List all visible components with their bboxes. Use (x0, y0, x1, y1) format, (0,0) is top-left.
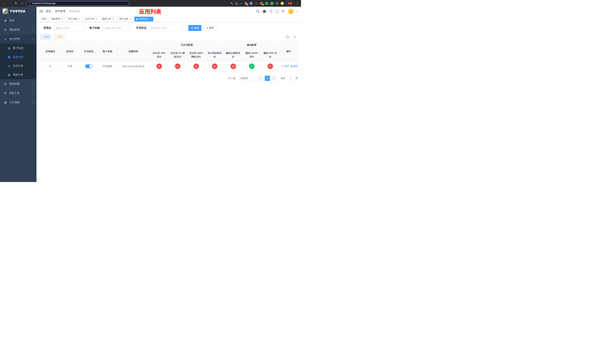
breadcrumb-separator: / (67, 10, 68, 13)
chevron-down-icon (253, 77, 254, 79)
browser-chrome: ← → ↻ ⌂ ⓘ localhost:1024/pay/app ☆ 10 1 … (0, 0, 301, 7)
download-icon: ↓ (56, 36, 57, 38)
tab-close-icon[interactable]: × (112, 18, 115, 20)
sidebar-item-app-info[interactable]: ▦ 应用信息 (0, 53, 36, 62)
page-title: 应用列表 (139, 8, 161, 16)
col-alipay-pc: 支付宝 PC 网站支付 (168, 49, 187, 62)
extension-icon-7[interactable] (275, 2, 279, 5)
order-icon: ◎ (7, 64, 11, 68)
alipay-app-status-icon (156, 64, 162, 69)
password-key-icon[interactable] (230, 2, 233, 5)
sidebar-item-system[interactable]: ⚙ 系统管理 (0, 25, 36, 34)
sidebar-item-label: 商户信息 (13, 46, 23, 50)
extension-icon-6[interactable] (270, 2, 273, 5)
chevron-down-icon (32, 101, 34, 103)
tabs-bar: 首页 流程表单 × 用户分组 × 支付订单 × 退款订单 × (36, 16, 301, 22)
tab-home[interactable]: 首页 (40, 17, 48, 21)
edit-link[interactable]: 修改 (282, 65, 289, 68)
sidebar-item-infrastructure[interactable]: ▥ 基础设施 (0, 79, 36, 88)
chevron-up-icon (32, 39, 34, 40)
wechat-jsapi-status-icon (249, 64, 255, 69)
goto-suffix: 页 (295, 77, 298, 80)
menu-dots-icon[interactable]: ⋮ (296, 2, 299, 5)
caret-down-icon[interactable] (297, 10, 298, 12)
reload-icon[interactable]: ↻ (14, 2, 18, 5)
status-select[interactable]: 请选择开启状态 (149, 25, 184, 31)
update-button[interactable]: 更新 (286, 1, 294, 6)
github-icon[interactable] (263, 10, 266, 13)
merchant-name-input[interactable] (102, 25, 132, 31)
col-app-id: 应用编号 (40, 42, 61, 62)
sidebar-item-refund-order[interactable]: ▧ 退款订单 (0, 70, 36, 79)
delete-link[interactable]: 删除 (290, 65, 298, 68)
search-button[interactable]: 搜索 (188, 25, 201, 31)
bookmark-star-icon[interactable]: ☆ (240, 2, 242, 5)
sidebar-item-label: 退款订单 (13, 73, 23, 76)
tab-pay-order[interactable]: 支付订单 × (83, 17, 99, 21)
table-toolbar: + 新增 ↓ 导出 ↻ (40, 34, 297, 39)
tab-close-icon[interactable]: × (61, 18, 64, 20)
site-info-icon[interactable]: ⓘ (28, 2, 31, 5)
avatar[interactable] (288, 9, 294, 14)
goto-page-input[interactable] (287, 76, 294, 81)
address-bar[interactable]: ⓘ localhost:1024/pay/app (26, 1, 129, 6)
tab-merchant-info[interactable]: 商户信息 × (117, 17, 133, 21)
app-name-input[interactable] (54, 25, 85, 31)
help-icon[interactable]: ? (269, 10, 272, 13)
tab-close-icon[interactable]: × (149, 18, 151, 20)
filter-form: 应用名 商户名称 开启状态 请选择开启状态 (43, 25, 297, 31)
extension-icon-3[interactable] (255, 2, 258, 5)
extension-icon-4[interactable]: 1 (260, 2, 263, 5)
search-icon[interactable] (256, 10, 259, 13)
sidebar-item-pay-order[interactable]: ◎ 支付订单 (0, 62, 36, 70)
sidebar-toggle-button[interactable] (39, 10, 43, 13)
tab-label: 应用信息 (139, 17, 148, 21)
extension-icon-5[interactable] (265, 2, 268, 5)
page-1-button[interactable]: 1 (265, 76, 270, 81)
extension-icon-8[interactable] (281, 2, 284, 5)
wechat-lite-status-icon (230, 64, 236, 69)
cell-app-name: 芋道 (61, 62, 79, 71)
back-icon[interactable]: ← (2, 2, 6, 5)
sidebar-item-devtools[interactable]: ⚒ 研发工具 (0, 88, 36, 98)
refresh-table-button[interactable]: ↻ (292, 34, 297, 39)
status-switch[interactable] (85, 64, 93, 68)
forward-icon[interactable]: → (8, 2, 12, 5)
table-row: 6 芋道 芋道源码 2021-10-23 08:49:25 (40, 62, 298, 71)
tab-close-icon[interactable]: × (95, 18, 97, 20)
extension-icon-1[interactable]: 10 (244, 2, 247, 5)
reset-button[interactable]: ↻ 重置 (203, 25, 216, 31)
sidebar-item-home[interactable]: ◉ 首页 (0, 16, 36, 25)
home-icon[interactable]: ⌂ (20, 2, 24, 5)
alipay-pc-status-icon (175, 64, 181, 69)
page-size-select[interactable]: 10条/页 (238, 76, 256, 81)
app-logo-row[interactable]: 芋道管理系统 (0, 7, 36, 16)
tab-flow-form[interactable]: 流程表单 × (49, 17, 65, 21)
merchant-icon: ▤ (7, 46, 11, 50)
sidebar-item-merchant-info[interactable]: ▤ 商户信息 (0, 44, 36, 53)
top-bar: 首页 / 支付管理 / 应用信息 ? (36, 7, 301, 16)
export-button[interactable]: ↓ 导出 (53, 34, 64, 39)
col-group-wechat: 微信配置 (224, 42, 280, 49)
sidebar-item-workflow[interactable]: ▣ 工作流程 (0, 98, 36, 107)
search-icon (287, 36, 289, 38)
col-app-name: 应用名 (61, 42, 79, 62)
tab-close-icon[interactable]: × (78, 18, 81, 20)
share-icon[interactable] (235, 2, 238, 5)
breadcrumb-home[interactable]: 首页 (46, 10, 51, 13)
add-button[interactable]: + 新增 (40, 34, 52, 39)
tab-app-info[interactable]: 应用信息 × (134, 17, 153, 21)
extension-icon-2[interactable] (249, 2, 253, 5)
toggle-search-button[interactable] (285, 34, 290, 39)
font-size-icon[interactable]: TT (282, 10, 285, 13)
sidebar-item-label: 研发工具 (9, 91, 20, 95)
tab-refund-order[interactable]: 退款订单 × (100, 17, 117, 21)
prev-page-button[interactable]: ‹ (258, 76, 264, 81)
next-page-button[interactable]: › (271, 76, 276, 81)
breadcrumb-section[interactable]: 支付管理 (55, 10, 65, 13)
tab-close-icon[interactable]: × (129, 18, 132, 20)
tab-user-group[interactable]: 用户分组 × (66, 17, 82, 21)
fullscreen-icon[interactable] (276, 10, 279, 13)
refresh-icon: ↻ (294, 36, 296, 38)
sidebar-item-payment[interactable]: ¥ 支付管理 (0, 34, 36, 44)
